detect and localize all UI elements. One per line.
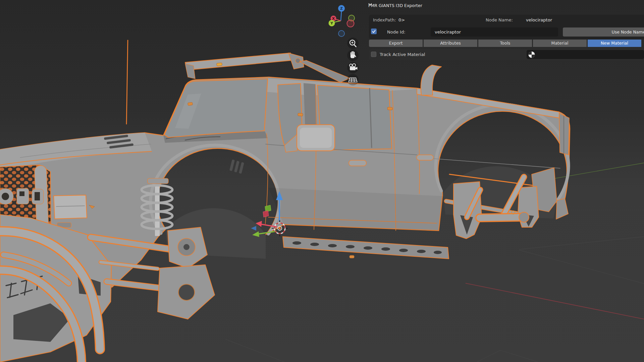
sport-bar: [421, 65, 441, 95]
axis-line-x-red: [466, 283, 644, 319]
chevron-down-icon: [368, 3, 372, 5]
material-options-box: Track Active Material: [369, 49, 644, 60]
rear-bumper-corner: [556, 198, 568, 219]
node-id-label: Node Id:: [387, 29, 406, 35]
viewport-tools: [347, 38, 359, 85]
axis-label-y: Y: [330, 21, 333, 25]
panel-title: PMR GIANTS I3D Exporter: [368, 3, 422, 8]
node-name-label: Node Name:: [486, 17, 513, 22]
tab-new-material[interactable]: New Material: [588, 40, 641, 47]
panel-header[interactable]: PMR GIANTS I3D Exporter: [368, 3, 422, 8]
door-handle-front: [349, 160, 366, 166]
windshield-glass: [164, 79, 268, 137]
use-node-name-button[interactable]: Use Node Name: [563, 27, 644, 37]
tab-attributes[interactable]: Attributes: [424, 40, 477, 47]
exporter-tabs: Export Attributes Tools Material New Mat…: [369, 40, 641, 47]
check-icon: [371, 28, 377, 34]
tab-material[interactable]: Material: [533, 40, 587, 47]
index-path-value: 0>: [398, 17, 405, 22]
node-name-value: velociraptor: [526, 17, 552, 22]
roof-light-bar: [185, 53, 292, 70]
axis-ball-neg-x[interactable]: [347, 20, 354, 27]
material-sphere-icon: [528, 51, 535, 58]
tab-tools[interactable]: Tools: [478, 40, 532, 47]
index-path-label: IndexPath:: [373, 17, 396, 22]
truck-model[interactable]: [0, 40, 570, 362]
tab-export[interactable]: Export: [369, 40, 423, 47]
material-select-field[interactable]: [527, 50, 644, 59]
track-active-material-checkbox[interactable]: [371, 52, 376, 57]
headlight: [54, 195, 87, 219]
blender-3d-viewport: Z X Y: [0, 0, 644, 362]
axis-ball-neg-z[interactable]: [338, 31, 344, 37]
grille-letters: [0, 188, 44, 204]
antenna: [126, 40, 128, 124]
i3d-exporter-panel: PMR GIANTS I3D Exporter IndexPath: 0> No…: [366, 0, 644, 68]
door-handle-rear: [417, 155, 433, 160]
axis-label-z: Z: [340, 6, 343, 11]
node-info-box: IndexPath: 0> Node Name: velociraptor No…: [369, 15, 644, 39]
track-active-material-label: Track Active Material: [380, 49, 425, 60]
node-id-input[interactable]: [431, 27, 558, 37]
axis-gizmo[interactable]: Z X Y: [329, 5, 355, 37]
fender-vent: [229, 160, 244, 174]
gizmo-plane-red[interactable]: [263, 210, 269, 217]
light-bar-arm: [300, 60, 350, 82]
node-id-checkbox[interactable]: [371, 28, 377, 34]
